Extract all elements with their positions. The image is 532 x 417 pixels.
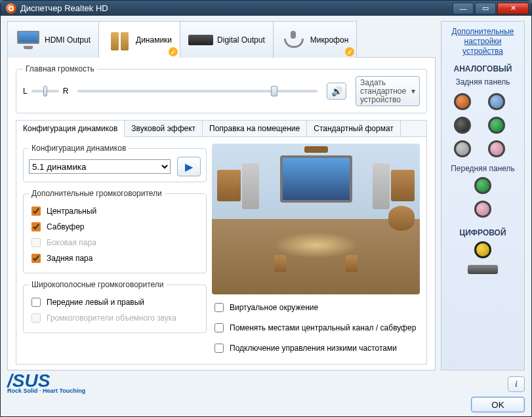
window-buttons: — ▭ ✕ — [453, 3, 529, 14]
front-right-speaker-icon[interactable] — [373, 163, 390, 209]
device-tab-hdmi[interactable]: HDMI Output — [7, 21, 99, 58]
checkbox-rear-pair[interactable]: Задняя пара — [29, 252, 201, 265]
ok-button[interactable]: OK — [471, 397, 525, 412]
post-options: Виртуальное окружение Поменять местами ц… — [212, 298, 420, 357]
monitor-icon — [16, 30, 41, 50]
window-title: Диспетчер Realtek HD — [20, 3, 453, 13]
tab-speaker-config[interactable]: Конфигурация динамиков — [16, 121, 125, 137]
brand-tagline: Rock Solid · Heart Touching — [7, 387, 85, 394]
optional-speakers-legend: Дополнительные громкоговорители — [29, 189, 165, 198]
test-play-button[interactable]: ▶ — [177, 157, 201, 176]
speaker-config-group: Конфигурация динамиков 5.1 динамика ▶ — [23, 144, 207, 182]
jack-green[interactable] — [488, 117, 505, 134]
info-button[interactable]: i — [508, 376, 525, 392]
content-column: HDMI Output Динамики ✓ Digital Output Ми… — [7, 21, 436, 370]
tab-room-correction[interactable]: Поправка на помещение — [203, 121, 307, 136]
checkbox-fullrange-front-input[interactable] — [31, 298, 41, 307]
tab-sound-effect[interactable]: Звуковой эффект — [125, 121, 203, 136]
microphone-icon — [281, 30, 306, 50]
front-panel-label: Передняя панель — [451, 164, 515, 173]
default-badge-icon: ✓ — [345, 47, 354, 56]
device-tab-label: Динамики — [136, 35, 172, 45]
rear-right-speaker-icon[interactable] — [346, 255, 358, 272]
center-speaker-icon[interactable] — [304, 146, 328, 153]
device-panel: Главная громкость L R 🔊 — [7, 57, 436, 370]
checkbox-bass-management-input[interactable] — [215, 344, 224, 353]
speaker-config-legend: Конфигурация динамиков — [29, 144, 129, 153]
balance-right-label: R — [63, 87, 69, 96]
checkbox-swap-center-sub-input[interactable] — [215, 323, 224, 332]
rear-left-speaker-icon[interactable] — [274, 255, 286, 272]
jack-pink[interactable] — [488, 140, 505, 157]
jack-front-pink[interactable] — [474, 201, 491, 218]
balance-control[interactable]: L R — [23, 87, 68, 96]
main-area: HDMI Output Динамики ✓ Digital Output Ми… — [7, 21, 525, 370]
balance-left-label: L — [23, 87, 28, 96]
speakers-icon — [107, 30, 132, 50]
config-left: Конфигурация динамиков 5.1 динамика ▶ — [23, 144, 207, 357]
window-body: HDMI Output Динамики ✓ Digital Output Ми… — [1, 16, 531, 416]
fullrange-legend: Широкополосные громкоговорители — [29, 280, 167, 289]
front-left-speaker-icon[interactable] — [242, 163, 259, 209]
set-default-button[interactable]: Задать стандартное устройство — [356, 76, 420, 106]
checkbox-bass-management[interactable]: Подключение управления низкими частотами — [212, 342, 420, 355]
side-left-speaker-icon[interactable] — [217, 170, 241, 201]
minimize-button[interactable]: — — [453, 3, 474, 14]
amplifier-icon — [188, 30, 213, 50]
dialog-buttons: OK — [7, 397, 525, 412]
app-icon — [6, 3, 16, 14]
optional-speakers-group: Дополнительные громкоговорители Централь… — [23, 189, 207, 273]
master-volume-slider[interactable] — [77, 90, 317, 92]
device-tabs: HDMI Output Динамики ✓ Digital Output Ми… — [7, 21, 436, 58]
play-icon: ▶ — [185, 161, 193, 173]
fullrange-group: Широкополосные громкоговорители Передние… — [23, 280, 207, 333]
info-icon: i — [515, 380, 517, 389]
advanced-settings-link[interactable]: Дополнительные настройки устройства — [445, 27, 520, 56]
brand-logo: /SUS — [7, 374, 85, 387]
tab-body: Конфигурация динамиков 5.1 динамика ▶ — [16, 137, 426, 364]
tab-strip: Конфигурация динамиков Звуковой эффект П… — [16, 121, 426, 137]
device-tab-mic[interactable]: Микрофон ✓ — [273, 21, 357, 58]
front-panel-jacks — [474, 177, 491, 218]
checkbox-virtual-surround[interactable]: Виртуальное окружение — [212, 301, 420, 314]
checkbox-fullrange-surround: Громкоговорители объемного звука — [29, 311, 201, 325]
mute-button[interactable]: 🔊 — [327, 83, 346, 100]
config-right: Виртуальное окружение Поменять местами ц… — [212, 144, 420, 357]
device-tab-label: Digital Output — [217, 35, 265, 45]
checkbox-rear-pair-input[interactable] — [31, 254, 41, 263]
checkbox-virtual-surround-input[interactable] — [215, 303, 224, 312]
jack-front-green[interactable] — [474, 177, 491, 194]
checkbox-fullrange-front[interactable]: Передние левый и правый — [29, 296, 201, 309]
speaker-config-select[interactable]: 5.1 динамика — [29, 159, 171, 174]
sound-icon: 🔊 — [331, 86, 342, 96]
jack-blue[interactable] — [488, 93, 505, 110]
checkbox-swap-center-sub[interactable]: Поменять местами центральный канал / саб… — [212, 321, 420, 334]
subwoofer-icon[interactable] — [388, 206, 415, 231]
checkbox-center-input[interactable] — [31, 207, 41, 216]
jack-grey[interactable] — [454, 140, 471, 157]
spdif-optical-icon[interactable] — [468, 265, 498, 274]
jack-digital-coax[interactable] — [474, 241, 491, 258]
checkbox-side-pair-input — [31, 238, 41, 247]
jack-orange[interactable] — [454, 93, 471, 110]
device-tab-label: HDMI Output — [45, 35, 91, 45]
checkbox-center[interactable]: Центральный — [29, 205, 201, 218]
side-right-speaker-icon[interactable] — [391, 170, 415, 201]
balance-slider[interactable] — [31, 90, 59, 92]
titlebar[interactable]: Диспетчер Realtek HD — ▭ ✕ — [1, 1, 531, 16]
brand: /SUS Rock Solid · Heart Touching — [7, 374, 85, 394]
checkbox-subwoofer-input[interactable] — [31, 222, 41, 231]
close-button[interactable]: ✕ — [497, 3, 529, 14]
tab-default-format[interactable]: Стандартный формат — [307, 121, 401, 136]
speaker-layout-illustration[interactable] — [212, 144, 420, 294]
checkbox-subwoofer[interactable]: Сабвуфер — [29, 220, 201, 233]
device-tab-digital[interactable]: Digital Output — [180, 21, 274, 58]
app-window: Диспетчер Realtek HD — ▭ ✕ HDMI Output Д… — [0, 0, 532, 417]
analog-heading: АНАЛОГОВЫЙ — [454, 64, 512, 73]
maximize-button[interactable]: ▭ — [475, 3, 496, 14]
digital-heading: ЦИФРОВОЙ — [459, 228, 506, 237]
device-tab-speakers[interactable]: Динамики ✓ — [98, 21, 180, 58]
connector-sidebar: Дополнительные настройки устройства АНАЛ… — [441, 21, 525, 370]
jack-black[interactable] — [454, 117, 471, 134]
footer: /SUS Rock Solid · Heart Touching i — [7, 374, 525, 394]
